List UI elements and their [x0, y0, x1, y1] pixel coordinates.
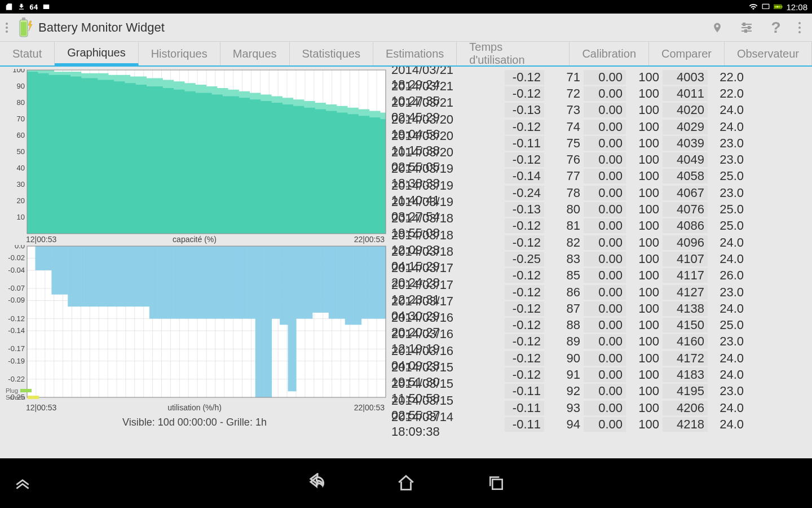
tab-estimations[interactable]: Estimations — [373, 42, 457, 65]
svg-rect-163 — [272, 246, 280, 319]
app-title: Battery Monitor Widget — [38, 20, 165, 35]
svg-rect-148 — [149, 246, 158, 319]
status-sd-badge: 64 — [29, 3, 38, 11]
tab-historiques[interactable]: Historiques — [139, 42, 220, 65]
svg-text:-0.12: -0.12 — [8, 314, 25, 323]
tab-comparer[interactable]: Comparer — [649, 42, 725, 65]
svg-rect-150 — [166, 246, 174, 319]
tab-statut[interactable]: Statut — [0, 42, 55, 65]
charts-panel: 102030405060708090100 12|00:53 capacité … — [0, 67, 389, 458]
svg-text:20: 20 — [17, 196, 25, 205]
svg-rect-142 — [100, 246, 109, 306]
svg-rect-13 — [743, 23, 745, 25]
svg-rect-144 — [117, 246, 125, 306]
nav-expand-icon[interactable] — [11, 472, 34, 494]
svg-rect-146 — [133, 246, 142, 306]
svg-text:90: 90 — [17, 82, 25, 90]
svg-text:30: 30 — [17, 180, 25, 189]
overflow-left-icon[interactable] — [6, 21, 11, 34]
capacity-chart[interactable]: 102030405060708090100 12|00:53 capacité … — [2, 69, 387, 244]
svg-rect-0 — [43, 5, 49, 9]
svg-rect-161 — [255, 246, 264, 397]
tab-statistiques[interactable]: Statistiques — [290, 42, 373, 65]
svg-rect-151 — [174, 246, 182, 319]
svg-text:-0.09: -0.09 — [8, 296, 25, 304]
svg-rect-145 — [125, 246, 133, 306]
svg-rect-157 — [223, 246, 231, 319]
svg-text:40: 40 — [17, 164, 25, 172]
table-row[interactable]: 2014/03/14 18:09:38-0.11940.00100421824.… — [389, 416, 810, 432]
svg-rect-138 — [68, 246, 76, 306]
svg-rect-178 — [492, 479, 502, 489]
svg-text:-0.07: -0.07 — [8, 284, 25, 292]
tune-icon[interactable] — [740, 21, 753, 34]
svg-text:-0.02: -0.02 — [8, 253, 25, 262]
tab-calibration[interactable]: Calibration — [570, 42, 649, 65]
image-icon — [42, 2, 51, 11]
svg-rect-137 — [60, 246, 68, 295]
svg-text:100: 100 — [12, 69, 25, 74]
svg-text:60: 60 — [17, 131, 25, 139]
svg-text:-0.19: -0.19 — [8, 357, 25, 365]
svg-rect-175 — [369, 246, 378, 319]
svg-rect-5 — [782, 6, 783, 7]
tab-tempsdutilisation[interactable]: Temps d'utilisation — [457, 42, 570, 65]
svg-rect-1 — [763, 4, 770, 8]
svg-rect-169 — [320, 246, 329, 313]
svg-rect-9 — [21, 22, 27, 36]
svg-rect-136 — [51, 246, 60, 295]
app-header: Battery Monitor Widget ? — [0, 14, 812, 41]
svg-rect-154 — [198, 246, 207, 319]
svg-rect-134 — [35, 246, 43, 270]
svg-rect-164 — [280, 246, 288, 325]
svg-rect-153 — [190, 246, 198, 319]
svg-text:10: 10 — [17, 213, 25, 221]
svg-rect-140 — [84, 246, 92, 306]
svg-rect-166 — [296, 246, 304, 319]
svg-rect-14 — [748, 27, 750, 29]
data-table[interactable]: 2014/03/21 18:29:24-0.12710.00100400322.… — [389, 67, 812, 458]
utilisation-chart[interactable]: 0.0-0.02-0.04-0.07-0.09-0.12-0.14-0.17-0… — [2, 245, 387, 414]
svg-text:50: 50 — [17, 147, 25, 156]
svg-text:-0.22: -0.22 — [8, 375, 25, 383]
help-icon[interactable]: ? — [769, 21, 783, 34]
tab-observateur[interactable]: Observateur — [725, 42, 812, 65]
svg-rect-160 — [247, 246, 255, 319]
svg-rect-172 — [345, 246, 354, 325]
svg-rect-143 — [109, 246, 117, 306]
svg-rect-170 — [329, 246, 337, 319]
tab-marques[interactable]: Marques — [220, 42, 290, 65]
tab-graphiques[interactable]: Graphiques — [55, 42, 138, 66]
nav-recent-icon[interactable] — [485, 472, 508, 494]
tabs: StatutGraphiquesHistoriquesMarquesStatis… — [0, 41, 812, 67]
download-icon — [17, 2, 26, 11]
svg-rect-176 — [378, 246, 386, 319]
chart-footer: Visible: 10d 00:00:00 - Grille: 1h — [2, 417, 387, 428]
svg-text:-0.04: -0.04 — [8, 266, 25, 274]
overflow-menu-icon[interactable] — [798, 22, 801, 33]
nav-home-icon[interactable] — [395, 472, 417, 494]
nav-back-icon[interactable] — [304, 472, 327, 494]
svg-text:-0.17: -0.17 — [8, 344, 25, 353]
svg-text:-0.14: -0.14 — [8, 326, 25, 335]
android-status-bar: 64 12:08 — [0, 0, 812, 14]
svg-text:80: 80 — [17, 98, 25, 107]
svg-rect-156 — [214, 246, 223, 319]
keyboard-icon — [761, 2, 770, 11]
svg-rect-168 — [312, 246, 321, 313]
app-logo-icon — [17, 17, 34, 38]
battery-charging-icon — [774, 2, 783, 11]
android-nav-bar — [0, 458, 812, 508]
svg-rect-135 — [43, 246, 52, 270]
svg-rect-15 — [745, 30, 747, 32]
svg-rect-159 — [239, 246, 248, 319]
svg-rect-162 — [263, 246, 272, 397]
svg-rect-141 — [92, 246, 101, 306]
svg-rect-147 — [141, 246, 149, 306]
svg-rect-165 — [288, 246, 297, 391]
wifi-icon — [749, 2, 758, 11]
svg-text:0.0: 0.0 — [15, 245, 25, 250]
location-icon[interactable] — [710, 21, 724, 34]
svg-rect-8 — [22, 17, 25, 20]
sim-icon — [5, 2, 14, 11]
